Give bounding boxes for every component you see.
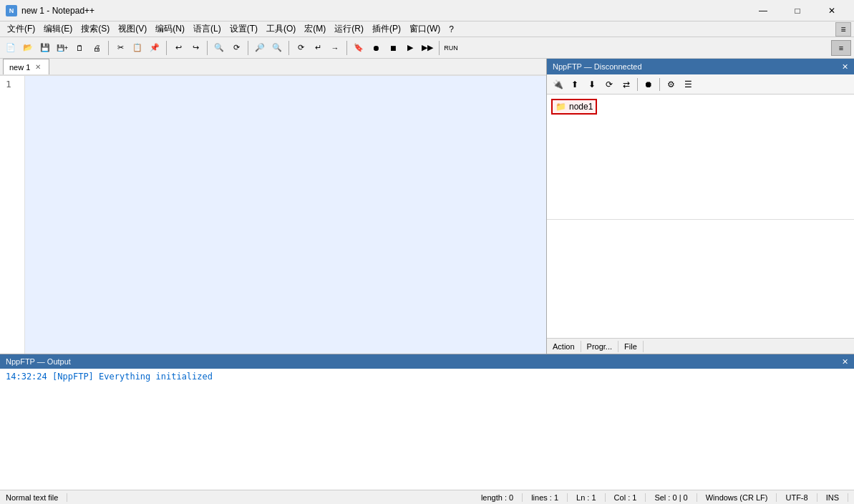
extra-toolbar-button[interactable]: ≡ — [831, 40, 851, 56]
menu-encode[interactable]: 编码(N) — [151, 21, 189, 37]
status-lines: lines : 1 — [523, 493, 568, 502]
ftp-refresh-button[interactable]: ⟳ — [601, 77, 617, 92]
toolbar-sep-4 — [248, 41, 248, 55]
menu-view[interactable]: 视图(V) — [114, 21, 151, 37]
line-numbers: 1 — [0, 76, 25, 354]
save-button[interactable]: 💾 — [37, 40, 53, 56]
status-file-type: Normal text file — [6, 493, 67, 502]
run-macro-button[interactable]: ▶▶ — [419, 40, 435, 56]
new-button[interactable]: 📄 — [3, 40, 19, 56]
editor-tab[interactable]: new 1 ✕ — [3, 59, 49, 74]
close-button[interactable]: ✕ — [815, 0, 848, 21]
menu-help[interactable]: ? — [445, 23, 458, 36]
output-close-icon[interactable]: ✕ — [842, 357, 848, 367]
menu-window[interactable]: 窗口(W) — [405, 21, 445, 37]
node1-label: node1 — [569, 102, 593, 112]
output-title-text: NppFTP — Output — [6, 357, 71, 366]
menu-settings[interactable]: 设置(T) — [225, 21, 262, 37]
tab-bar: new 1 ✕ — [0, 59, 546, 76]
ftp-settings-button[interactable]: ⚙ — [663, 77, 679, 92]
middle-row: new 1 ✕ 1 NppFTP — Disconnected ✕ 🔌 — [0, 59, 854, 354]
menu-run[interactable]: 运行(R) — [330, 21, 368, 37]
replace-button[interactable]: ⟳ — [228, 40, 244, 56]
menu-bar: 文件(F) 编辑(E) 搜索(S) 视图(V) 编码(N) 语言(L) 设置(T… — [0, 21, 854, 37]
text-editor[interactable] — [25, 76, 546, 354]
macro-rec-button[interactable]: ⏺ — [368, 40, 384, 56]
left-col: new 1 ✕ 1 — [0, 59, 546, 354]
zoom-out-button[interactable]: 🔍 — [269, 40, 285, 56]
status-charset: UTF-8 — [777, 493, 817, 502]
toolbar-sep-5 — [288, 41, 289, 55]
line-number-1: 1 — [6, 79, 21, 89]
output-section: NppFTP — Output ✕ 14:32:24 [NppFTP] Ever… — [0, 354, 854, 490]
print-button[interactable]: 🖨 — [89, 40, 105, 56]
nppftp-tree: 📁 node1 — [547, 94, 854, 219]
macro-play-button[interactable]: ▶ — [402, 40, 418, 56]
log-msg-1: [NppFTP] Everything initialized — [52, 372, 213, 382]
ftp-upload-button[interactable]: ⬆ — [567, 77, 583, 92]
tab-label: new 1 — [9, 63, 30, 72]
status-ln: Ln : 1 — [568, 493, 606, 502]
status-ins: INS — [817, 493, 848, 502]
ftp-download-button[interactable]: ⬇ — [584, 77, 600, 92]
wrap-button[interactable]: ↵ — [310, 40, 326, 56]
status-bar: Normal text file length : 0 lines : 1 Ln… — [0, 490, 854, 504]
col-file[interactable]: File — [618, 341, 644, 352]
menu-plugins[interactable]: 插件(P) — [368, 21, 405, 37]
node1-folder-icon: 📁 — [555, 102, 566, 112]
redo-button[interactable]: ↪ — [188, 40, 203, 56]
status-col: Col : 1 — [606, 493, 646, 502]
title-left: N new 1 - Notepad++ — [6, 5, 94, 16]
tab-close-icon[interactable]: ✕ — [33, 62, 43, 72]
zoom-in-button[interactable]: 🔎 — [252, 40, 268, 56]
sync-button[interactable]: ⟳ — [293, 40, 309, 56]
menu-edit[interactable]: 编辑(E) — [39, 21, 77, 37]
undo-button[interactable]: ↩ — [170, 40, 186, 56]
maximize-button[interactable]: □ — [781, 0, 814, 21]
col-action[interactable]: Action — [547, 341, 581, 352]
nppftp-title-bar: NppFTP — Disconnected ✕ — [547, 59, 854, 74]
col-progress[interactable]: Progr... — [581, 341, 618, 352]
ftp-abort-button[interactable]: ⏺ — [641, 77, 656, 92]
ftp-list-button[interactable]: ☰ — [680, 77, 696, 92]
editor-area: 1 — [0, 76, 546, 354]
status-encoding: Windows (CR LF) — [697, 493, 777, 502]
menu-macro[interactable]: 宏(M) — [300, 21, 330, 37]
close-tab-button[interactable]: 🗒 — [72, 40, 87, 56]
paste-button[interactable]: 📌 — [147, 40, 162, 56]
macro-stop-button[interactable]: ⏹ — [385, 40, 401, 56]
bookmark-button[interactable]: 🔖 — [351, 40, 367, 56]
nppftp-log-area — [547, 219, 854, 339]
nppftp-close-icon[interactable]: ✕ — [842, 62, 848, 72]
log-time-1: 14:32:24 — [6, 372, 47, 382]
menu-search[interactable]: 搜索(S) — [77, 21, 114, 37]
menu-language[interactable]: 语言(L) — [189, 21, 225, 37]
nppftp-title-text: NppFTP — Disconnected — [553, 62, 642, 71]
toolbar-sep-1 — [108, 41, 109, 55]
log-entry-1: 14:32:24 [NppFTP] Everything initialized — [6, 372, 848, 382]
ftp-sep-2 — [659, 78, 660, 91]
toolbar: 📄 📂 💾 💾+ 🗒 🖨 ✂ 📋 📌 ↩ ↪ 🔍 ⟳ 🔎 🔍 ⟳ ↵ → 🔖 ⏺… — [0, 37, 854, 59]
app-icon: N — [6, 5, 17, 16]
output-title-bar: NppFTP — Output ✕ — [0, 354, 854, 369]
menu-file[interactable]: 文件(F) — [3, 21, 39, 37]
nppftp-node1[interactable]: 📁 node1 — [551, 99, 597, 115]
toolbar-sep-6 — [346, 41, 347, 55]
indent-button[interactable]: → — [327, 40, 343, 56]
find-button[interactable]: 🔍 — [211, 40, 227, 56]
nppftp-toolbar: 🔌 ⬆ ⬇ ⟳ ⇄ ⏺ ⚙ ☰ — [547, 74, 854, 94]
copy-button[interactable]: 📋 — [130, 40, 145, 56]
output-log: 14:32:24 [NppFTP] Everything initialized — [0, 369, 854, 490]
save-all-button[interactable]: 💾+ — [54, 40, 70, 56]
menu-tools[interactable]: 工具(O) — [262, 21, 300, 37]
open-button[interactable]: 📂 — [20, 40, 36, 56]
title-bar: N new 1 - Notepad++ — □ ✕ — [0, 0, 854, 21]
status-length: length : 0 — [472, 493, 523, 502]
ftp-sep-1 — [637, 78, 638, 91]
minimize-button[interactable]: — — [747, 0, 780, 21]
panel-toggle-button[interactable]: ≡ — [835, 22, 851, 37]
ftp-connect-button[interactable]: 🔌 — [550, 77, 566, 92]
ftp-sync-button[interactable]: ⇄ — [618, 77, 634, 92]
run-button[interactable]: RUN — [443, 40, 459, 56]
cut-button[interactable]: ✂ — [112, 40, 128, 56]
